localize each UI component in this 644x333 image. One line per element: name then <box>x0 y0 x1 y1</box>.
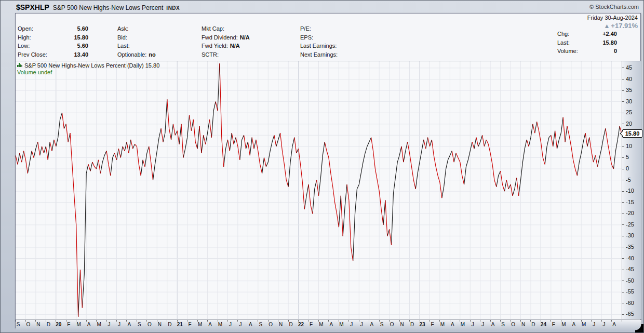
quote-row: Mkt Cap: <box>202 24 300 33</box>
quote-label: High: <box>18 33 58 42</box>
x-axis-tick <box>622 320 622 322</box>
x-axis-label: S <box>377 322 387 327</box>
y-axis-tick <box>622 79 624 79</box>
quote-row: Next Earnings: <box>300 50 399 59</box>
x-axis-label: N <box>154 322 165 327</box>
quote-value: 15.80 <box>586 38 617 47</box>
y-axis-label: 0 <box>626 165 640 171</box>
quote-label: Fwd Yield: <box>202 43 228 49</box>
quote-row: Ask: <box>117 24 202 33</box>
x-axis: SOND20FMAMJJASOND21FMAMJJASOND22FMAMJJAS… <box>16 319 641 330</box>
legend-volume-row: Volume undef <box>17 69 159 76</box>
y-axis-tick <box>622 270 624 270</box>
quote-value: no <box>149 51 155 58</box>
quote-right: Chg:+2.40Last:15.80Volume:0 <box>557 30 617 56</box>
x-axis-label: M <box>437 322 448 327</box>
y-axis-tick <box>622 113 624 113</box>
quote-value: 0 <box>586 47 617 56</box>
legend-volume-label: Volume undef <box>17 69 52 75</box>
x-axis-label: 21 <box>175 322 185 327</box>
quote-label: Last: <box>557 38 586 47</box>
y-axis-label: -55 <box>626 288 640 295</box>
x-axis-label: J <box>225 322 235 327</box>
chart-header: $SPXHLPS&P 500 New Highs-New Lows Percen… <box>16 3 180 12</box>
quote-row: High:15.80 <box>18 33 117 42</box>
quote-label: P/E: <box>300 25 311 32</box>
x-axis-label: O <box>387 322 397 327</box>
quote-value: N/A <box>240 34 250 41</box>
quote-row: Optionable:no <box>117 50 202 59</box>
x-axis-label: D <box>165 322 175 327</box>
y-axis-label: 25 <box>626 109 640 115</box>
quote-label: Next Earnings: <box>300 51 338 58</box>
y-axis-label: -15 <box>626 199 640 205</box>
x-axis-label: M <box>579 322 589 327</box>
quote-label: Ask: <box>117 25 128 32</box>
x-axis-label: M <box>316 322 327 327</box>
exchange-label: INDX <box>166 5 180 11</box>
x-axis-label: N <box>276 322 286 327</box>
quote-grid: Open:5.60High:15.80Low:5.60Prev Close:13… <box>18 24 399 59</box>
quote-row: Prev Close:13.40 <box>18 50 117 59</box>
quote-value: 5.60 <box>58 42 88 50</box>
quote-label: Volume: <box>557 47 586 56</box>
y-axis-tick <box>622 292 624 292</box>
quote-value: 13.40 <box>58 50 88 59</box>
legend-series-row: S&P 500 New Highs-New Lows Percent (Dail… <box>17 62 159 69</box>
y-axis-tick <box>622 101 624 102</box>
change-percent: ▲+17.91% <box>603 22 638 30</box>
change-percent-value: +17.91% <box>611 22 638 30</box>
quote-label: Open: <box>18 24 58 33</box>
x-axis-label: 20 <box>53 322 64 327</box>
y-axis-tick <box>622 258 624 259</box>
x-axis-label: A <box>84 322 94 327</box>
y-axis-label: -20 <box>626 210 640 216</box>
x-axis-label: O <box>508 322 518 327</box>
quote-column: Mkt Cap:Fwd Dividend:N/AFwd Yield:N/ASCT… <box>202 24 300 59</box>
x-axis-label: J <box>356 322 367 327</box>
y-axis-label: -30 <box>626 232 640 238</box>
quote-row: SCTR: <box>202 50 300 59</box>
x-axis-label: J <box>467 322 478 327</box>
y-axis-label: 40 <box>626 76 640 82</box>
y-axis-tick <box>622 281 624 281</box>
x-axis-label: M <box>74 322 84 327</box>
y-axis-tick <box>622 124 624 124</box>
x-axis-label: A <box>326 322 337 327</box>
x-axis-label: S <box>13 322 23 327</box>
x-axis-label: F <box>63 322 74 327</box>
quote-column: Ask:Bid:Last:Optionable:no <box>117 24 202 59</box>
y-axis-tick <box>622 157 624 158</box>
x-axis-label: N <box>518 322 529 327</box>
x-axis-label: F <box>185 322 195 327</box>
quote-row: Last:15.80 <box>557 38 617 47</box>
quote-row: P/E: <box>300 24 399 33</box>
x-axis-label: F <box>427 322 437 327</box>
y-axis-tick <box>622 314 624 315</box>
x-axis-label: M <box>336 322 346 327</box>
quote-label: Chg: <box>557 30 586 38</box>
quote-value: +2.40 <box>586 30 617 38</box>
quote-column: Open:5.60High:15.80Low:5.60Prev Close:13… <box>18 24 117 59</box>
chart-svg <box>16 61 622 319</box>
x-axis-label: S <box>256 322 266 327</box>
x-axis-label: M <box>215 322 225 327</box>
quote-label: Fwd Dividend: <box>202 34 238 41</box>
y-axis-tick <box>622 303 624 303</box>
x-axis-label: J <box>346 322 357 327</box>
y-axis-label: -50 <box>626 277 640 284</box>
y-axis: 4540353025201050-5-10-15-20-25-30-35-40-… <box>622 61 641 319</box>
rounded-corner-mask <box>635 324 644 333</box>
quote-row: Fwd Dividend:N/A <box>202 33 300 42</box>
quote-row: Open:5.60 <box>18 24 117 33</box>
quote-row: Last: <box>117 42 202 50</box>
y-axis-tick <box>622 169 624 169</box>
x-axis-label: 24 <box>538 322 548 327</box>
x-axis-label: F <box>548 322 559 327</box>
x-axis-label: J <box>599 322 609 327</box>
x-axis-label: M <box>558 322 569 327</box>
quote-row: Fwd Yield:N/A <box>202 42 300 50</box>
y-axis-label: 10 <box>626 143 640 149</box>
x-axis-label: A <box>367 322 377 327</box>
y-axis-label: 20 <box>626 121 640 127</box>
